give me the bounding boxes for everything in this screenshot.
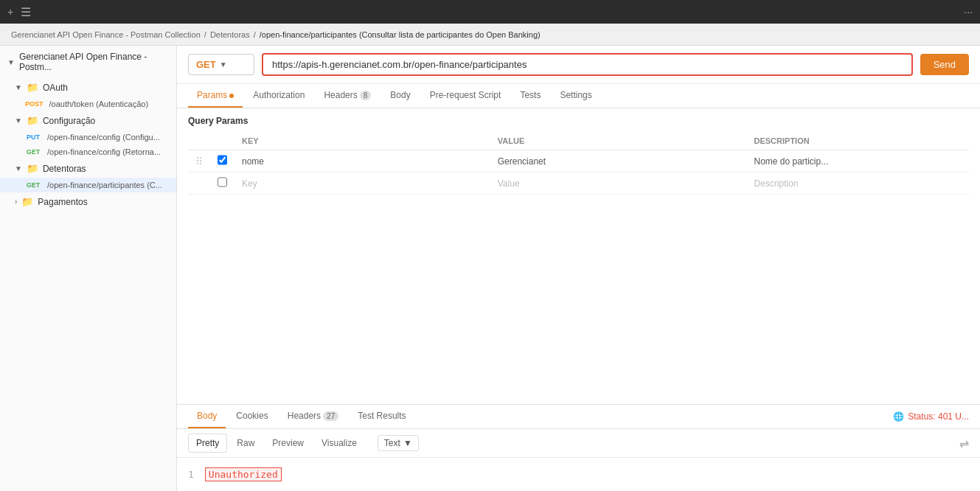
breadcrumb-folder[interactable]: Detentoras — [210, 30, 250, 39]
globe-icon: 🌐 — [893, 411, 904, 422]
more-options-icon[interactable]: ··· — [964, 6, 973, 18]
params-dot — [229, 94, 234, 98]
response-body: 1Unauthorized — [177, 458, 980, 491]
col-header-value: VALUE — [490, 132, 747, 150]
pagamentos-folder-label: Pagamentos — [38, 197, 87, 207]
collection-name: Gerencianet API Open Finance - Postm... — [19, 52, 169, 72]
col-header-desc: DESCRIPTION — [747, 132, 970, 150]
top-bar: + ☰ ··· — [0, 0, 980, 24]
detentoras-chevron: ▼ — [15, 164, 22, 173]
request-panel: GET ▼ Send Params Authorization Headers8… — [177, 46, 980, 491]
breadcrumb-sep2: / — [254, 30, 256, 39]
format-select[interactable]: Text ▼ — [378, 435, 419, 451]
tab-authorization[interactable]: Authorization — [244, 84, 313, 108]
method-value: GET — [196, 59, 216, 70]
tab-params[interactable]: Params — [188, 84, 243, 108]
participantes-label: /open-finance/participantes (C... — [47, 181, 162, 189]
response-text-unauthorized: Unauthorized — [205, 467, 282, 481]
param-value-input[interactable] — [498, 156, 740, 167]
sub-tab-preview[interactable]: Preview — [264, 433, 312, 453]
config-folder-label: Configuração — [43, 116, 95, 126]
config-chevron: ▼ — [15, 116, 22, 125]
tab-settings[interactable]: Settings — [551, 84, 600, 108]
response-tab-body[interactable]: Body — [188, 405, 226, 428]
breadcrumb-sep1: / — [204, 30, 206, 39]
folder-icon-config: 📁 — [27, 115, 38, 126]
line-number: 1 — [188, 469, 194, 480]
row-handle[interactable]: ⠿ — [195, 156, 203, 167]
method-put-badge: PUT — [22, 133, 44, 142]
menu-icon[interactable]: ☰ — [21, 5, 31, 19]
folder-icon: 📁 — [27, 82, 38, 93]
send-button[interactable]: Send — [920, 54, 969, 75]
oauth-folder-label: OAuth — [43, 83, 68, 93]
breadcrumb: Gerencianet API Open Finance - Postman C… — [0, 24, 980, 46]
sub-tab-visualize[interactable]: Visualize — [313, 433, 365, 453]
response-sub-tabs: Pretty Raw Preview Visualize Text ▼ ⇌ — [177, 429, 980, 458]
param-desc-input-empty[interactable] — [754, 178, 962, 189]
config-put-label: /open-finance/config (Configu... — [47, 133, 160, 142]
detentoras-folder-label: Detentoras — [43, 164, 86, 174]
response-tab-headers[interactable]: Headers27 — [279, 405, 347, 428]
response-headers-badge: 27 — [323, 411, 338, 421]
sidebar-collection[interactable]: ▼ Gerencianet API Open Finance - Postm..… — [0, 46, 176, 78]
main-layout: ▼ Gerencianet API Open Finance - Postm..… — [0, 46, 980, 491]
tab-pre-request[interactable]: Pre-request Script — [421, 84, 510, 108]
sidebar-folder-config[interactable]: ▼ 📁 Configuração — [0, 111, 176, 130]
sidebar-item-config-get[interactable]: GET /open-finance/config (Retorna... — [0, 144, 176, 159]
response-status: 🌐 Status: 401 U... — [893, 411, 969, 422]
query-params-section: Query Params KEY VALUE DESCRIPTION ⠿ — [177, 108, 980, 404]
oauth-chevron: ▼ — [15, 83, 22, 91]
tab-body[interactable]: Body — [381, 84, 419, 108]
wrap-icon[interactable]: ⇌ — [959, 436, 969, 450]
param-desc-input[interactable] — [754, 156, 962, 167]
status-text: Status: 401 U... — [908, 411, 969, 422]
sidebar-item-participantes[interactable]: GET /open-finance/participantes (C... — [0, 178, 176, 192]
method-dropdown-arrow: ▼ — [220, 60, 227, 69]
param-key-input[interactable] — [242, 156, 483, 167]
breadcrumb-current: /open-finance/participantes (Consultar l… — [260, 30, 541, 39]
breadcrumb-collection[interactable]: Gerencianet API Open Finance - Postman C… — [11, 30, 201, 39]
collection-chevron: ▼ — [7, 58, 15, 66]
param-key-input-empty[interactable] — [242, 178, 483, 189]
table-row — [188, 173, 969, 195]
sidebar-folder-pagamentos[interactable]: › 📁 Pagamentos — [0, 192, 176, 211]
folder-icon-detentoras: 📁 — [27, 163, 38, 174]
sub-tab-pretty[interactable]: Pretty — [188, 433, 227, 453]
method-select[interactable]: GET ▼ — [188, 54, 254, 75]
sidebar-folder-oauth[interactable]: ▼ 📁 OAuth — [0, 78, 176, 97]
folder-icon-pagamentos: 📁 — [21, 196, 33, 207]
row-checkbox-empty[interactable] — [218, 177, 227, 187]
pagamentos-chevron: › — [15, 198, 17, 206]
sidebar-item-oauth-token[interactable]: POST /oauth/token (Autenticação) — [0, 97, 176, 111]
format-value: Text — [384, 438, 400, 448]
method-post-badge: POST — [22, 100, 46, 108]
sidebar-item-config-put[interactable]: PUT /open-finance/config (Configu... — [0, 130, 176, 144]
method-get-badge-config: GET — [22, 147, 44, 156]
oauth-token-label: /oauth/token (Autenticação) — [49, 100, 149, 108]
tab-tests[interactable]: Tests — [511, 84, 549, 108]
query-params-title: Query Params — [188, 116, 969, 126]
tab-headers[interactable]: Headers8 — [315, 84, 380, 108]
params-table: KEY VALUE DESCRIPTION ⠿ — [188, 132, 969, 195]
sub-tab-raw[interactable]: Raw — [229, 433, 263, 453]
headers-badge: 8 — [360, 91, 372, 100]
request-tabs-bar: Params Authorization Headers8 Body Pre-r… — [177, 84, 980, 108]
sidebar: ▼ Gerencianet API Open Finance - Postm..… — [0, 46, 177, 491]
col-header-key: KEY — [234, 132, 490, 150]
format-dropdown-arrow: ▼ — [403, 438, 412, 448]
config-get-label: /open-finance/config (Retorna... — [47, 147, 161, 156]
table-row: ⠿ — [188, 150, 969, 173]
plus-icon[interactable]: + — [7, 6, 13, 18]
response-section: Body Cookies Headers27 Test Results 🌐 St… — [177, 404, 980, 491]
request-url-bar: GET ▼ Send — [177, 46, 980, 84]
response-tabs-bar: Body Cookies Headers27 Test Results 🌐 St… — [177, 405, 980, 429]
method-get-badge-participantes: GET — [22, 181, 44, 189]
sidebar-folder-detentoras[interactable]: ▼ 📁 Detentoras — [0, 159, 176, 178]
response-tab-test-results[interactable]: Test Results — [349, 405, 414, 428]
response-tab-cookies[interactable]: Cookies — [227, 405, 277, 428]
row-checkbox[interactable] — [218, 155, 227, 165]
url-input[interactable] — [262, 53, 913, 76]
param-value-input-empty[interactable] — [498, 178, 740, 189]
